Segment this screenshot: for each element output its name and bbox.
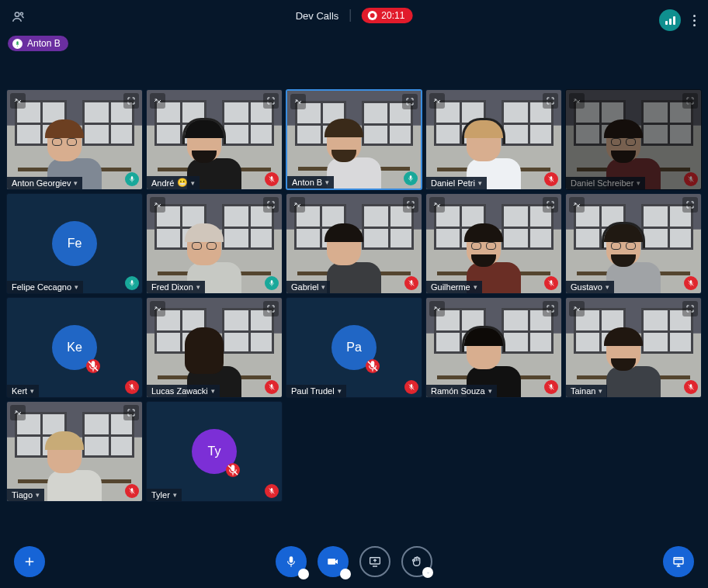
expand-icon[interactable] (429, 197, 445, 213)
participant-tile[interactable]: Lucas Zawacki▾ (146, 297, 283, 398)
video-feed (566, 194, 701, 293)
participant-name-label[interactable]: Guilherme▾ (426, 281, 482, 293)
participant-tile[interactable]: Tiago▾ (6, 401, 143, 502)
participant-tile[interactable]: FeFelipe Cecagno▾ (6, 193, 143, 294)
fullscreen-icon[interactable] (263, 301, 279, 316)
participant-name-label[interactable]: Tiago▾ (7, 489, 44, 501)
avatar: Pa (331, 325, 377, 370)
expand-icon[interactable] (10, 93, 26, 109)
participant-tile[interactable]: Daniel Petri▾ (425, 89, 562, 190)
raise-hand-button[interactable] (401, 546, 432, 577)
participant-name-label[interactable]: Ramón Souza▾ (426, 385, 497, 397)
chevron-down-icon: ▾ (338, 387, 342, 395)
participant-name-label[interactable]: Paul Trudel▾ (286, 385, 346, 397)
expand-icon[interactable] (569, 197, 585, 213)
participant-name-label[interactable]: Fred Dixon▾ (147, 281, 205, 293)
participant-name: Anton B (292, 178, 322, 187)
participant-name-label[interactable]: Kert▾ (7, 385, 39, 397)
participant-name-label[interactable]: Tyler▾ (147, 489, 182, 501)
expand-icon[interactable] (290, 94, 306, 109)
fullscreen-icon[interactable] (682, 93, 698, 109)
expand-icon[interactable] (429, 93, 445, 109)
fullscreen-icon[interactable] (543, 301, 558, 316)
fullscreen-icon[interactable] (543, 93, 558, 109)
reactions-menu[interactable] (422, 567, 433, 578)
mic-on-icon (125, 276, 139, 290)
participant-name: Kert (12, 386, 27, 396)
mic-icon (12, 39, 23, 49)
participant-name-label[interactable]: Tainan▾ (566, 385, 607, 397)
expand-icon[interactable] (150, 197, 165, 213)
participant-tile[interactable]: Gustavo▾ (565, 193, 702, 294)
participant-tile[interactable]: KeKert▾ (6, 297, 143, 398)
active-speaker-pill[interactable]: Anton B (8, 36, 68, 51)
presentation-button[interactable] (663, 546, 694, 577)
expand-icon[interactable] (150, 93, 165, 109)
participant-name-label[interactable]: Anton B▾ (287, 176, 334, 189)
chevron-down-icon: ▾ (196, 283, 200, 291)
participant-tile[interactable]: Daniel Schreiber▾ (565, 89, 702, 190)
users-button[interactable] (9, 9, 25, 28)
expand-icon[interactable] (10, 405, 26, 420)
participant-name-label[interactable]: Daniel Petri▾ (426, 177, 487, 189)
webcam-button[interactable] (318, 546, 349, 577)
fullscreen-icon[interactable] (123, 405, 139, 420)
video-device-menu[interactable] (340, 569, 351, 579)
options-menu-button[interactable] (690, 12, 699, 29)
chevron-down-icon: ▾ (474, 283, 477, 291)
mic-on-icon (125, 172, 139, 186)
participant-tile[interactable]: TyTyler▾ (146, 401, 283, 502)
fullscreen-icon[interactable] (402, 94, 418, 109)
expand-icon[interactable] (290, 197, 305, 213)
participant-name-label[interactable]: Daniel Schreiber▾ (566, 177, 645, 189)
svg-point-0 (15, 12, 19, 16)
expand-icon[interactable] (429, 301, 445, 316)
chevron-down-icon: ▾ (321, 283, 325, 291)
expand-icon[interactable] (150, 301, 165, 316)
participant-tile[interactable]: Guilherme▾ (425, 193, 562, 294)
fullscreen-icon[interactable] (123, 93, 139, 109)
fullscreen-icon[interactable] (682, 197, 698, 213)
fullscreen-icon[interactable] (403, 197, 418, 213)
participant-name-label[interactable]: Gustavo▾ (566, 281, 614, 293)
mic-off-icon (265, 484, 279, 498)
actions-button[interactable] (14, 546, 45, 577)
mic-off-icon (265, 380, 279, 394)
mute-button[interactable] (276, 546, 307, 577)
signal-bars-icon (665, 16, 675, 25)
participant-tile[interactable]: PaPaul Trudel▾ (286, 297, 422, 398)
mic-off-icon (404, 276, 418, 290)
participant-name: Felipe Cecagno (12, 282, 71, 292)
share-screen-button[interactable] (359, 546, 390, 577)
top-bar: Dev Calls 20:11 (0, 0, 708, 33)
video-grid: Anton Georgiev▾ André 😬▾ Anton B▾ Daniel… (6, 89, 702, 502)
participant-name: Fred Dixon (151, 282, 193, 292)
participant-name: Tiago (12, 490, 33, 500)
expand-icon[interactable] (569, 93, 585, 109)
connection-status-button[interactable] (659, 9, 681, 31)
participant-tile[interactable]: Gabriel▾ (286, 193, 422, 294)
recording-indicator[interactable]: 20:11 (361, 8, 412, 23)
mic-off-icon (684, 380, 698, 394)
avatar: Fe (52, 221, 97, 266)
participant-tile[interactable]: Ramón Souza▾ (425, 297, 562, 398)
mic-off-icon (684, 276, 698, 290)
chevron-down-icon: ▾ (478, 179, 482, 187)
participant-name-label[interactable]: Gabriel▾ (286, 281, 330, 293)
participant-name-label[interactable]: Lucas Zawacki▾ (147, 385, 220, 397)
participant-name-label[interactable]: Felipe Cecagno▾ (7, 281, 83, 293)
participant-tile[interactable]: Tainan▾ (565, 297, 702, 398)
fullscreen-icon[interactable] (263, 93, 279, 109)
participant-tile[interactable]: André 😬▾ (146, 89, 283, 190)
participant-name-label[interactable]: André 😬▾ (147, 176, 200, 189)
fullscreen-icon[interactable] (263, 197, 279, 213)
participant-tile[interactable]: Anton B▾ (286, 89, 422, 190)
participant-name-label[interactable]: Anton Georgiev▾ (7, 177, 82, 189)
avatar-initials: Ty (208, 444, 221, 458)
expand-icon[interactable] (569, 301, 585, 316)
fullscreen-icon[interactable] (682, 301, 698, 316)
participant-tile[interactable]: Fred Dixon▾ (146, 193, 283, 294)
audio-device-menu[interactable] (298, 569, 309, 579)
participant-tile[interactable]: Anton Georgiev▾ (6, 89, 143, 190)
fullscreen-icon[interactable] (543, 197, 558, 213)
